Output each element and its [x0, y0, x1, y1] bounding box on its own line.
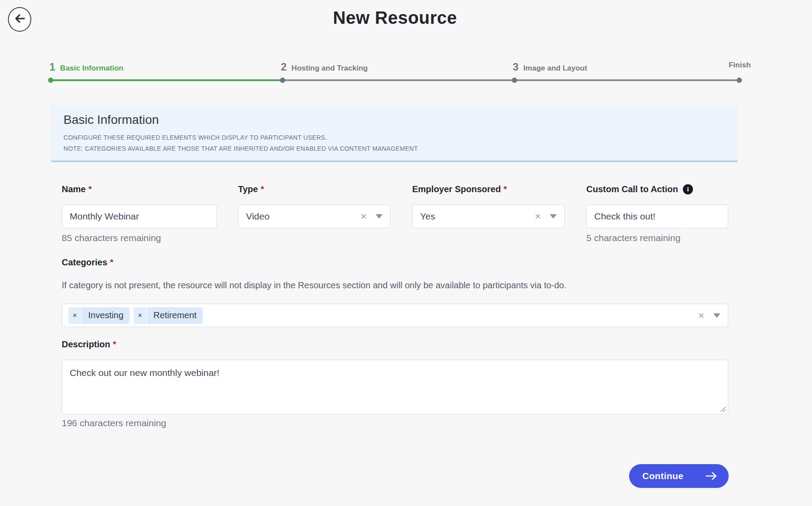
stepper-step-basic-information[interactable]: 1 Basic Information	[49, 61, 123, 73]
new-resource-page: New Resource 1 Basic Information 2 Hosti…	[0, 0, 812, 506]
category-tag: × Investing	[68, 307, 130, 324]
category-tag: × Retirement	[134, 307, 203, 324]
clear-icon[interactable]: ×	[532, 211, 544, 222]
remove-tag-icon[interactable]: ×	[68, 307, 82, 324]
categories-multiselect[interactable]: × Investing × Retirement ×	[62, 304, 728, 327]
section-description-line1: CONFIGURE THESE REQUIRED ELEMENTS WHICH …	[63, 132, 725, 143]
required-asterisk: *	[113, 339, 116, 350]
custom-call-to-action-label: Custom Call to Action	[586, 184, 678, 194]
section-title: Basic Information	[63, 113, 725, 127]
chevron-down-icon[interactable]	[550, 214, 557, 219]
categories-label-row: Categories *	[62, 257, 113, 268]
name-char-counter: 85 characters remaining	[62, 233, 161, 243]
stepper-segment-2	[283, 79, 514, 81]
clear-icon[interactable]: ×	[696, 310, 707, 321]
type-label: Type	[238, 184, 258, 194]
categories-helper-text: If category is not present, the resource…	[62, 280, 566, 290]
info-icon[interactable]: i	[683, 184, 693, 194]
stepper-step-image-and-layout[interactable]: 3 Image and Layout	[513, 61, 587, 73]
stepper-dot-1	[48, 78, 53, 83]
continue-button-label: Continue	[642, 471, 683, 481]
type-label-row: Type *	[238, 184, 264, 194]
custom-call-to-action-label-row: Custom Call to Action i	[586, 184, 693, 194]
employer-sponsored-label-row: Employer Sponsored *	[412, 184, 507, 194]
step-label: Image and Layout	[523, 64, 587, 73]
stepper-dot-3	[512, 78, 517, 83]
stepper-step-finish[interactable]: Finish	[729, 61, 751, 70]
step-label: Hosting and Tracking	[291, 64, 368, 73]
section-description-line2: NOTE: CATEGORIES AVAILABLE ARE THOSE THA…	[63, 143, 725, 154]
chevron-down-icon[interactable]	[376, 214, 383, 219]
description-label-row: Description *	[62, 339, 116, 350]
stepper-dot-finish	[737, 78, 742, 83]
employer-sponsored-select-value: Yes	[420, 211, 532, 222]
name-label-row: Name *	[62, 184, 92, 194]
category-tag-label: Retirement	[147, 307, 203, 324]
name-input[interactable]	[62, 205, 217, 228]
step-number: 1	[49, 61, 55, 73]
required-asterisk: *	[88, 184, 92, 194]
employer-sponsored-label: Employer Sponsored	[412, 184, 501, 194]
type-select[interactable]: Video ×	[238, 205, 391, 228]
clear-icon[interactable]: ×	[358, 211, 369, 222]
categories-label: Categories	[62, 257, 107, 268]
required-asterisk: *	[503, 184, 507, 194]
remove-tag-icon[interactable]: ×	[134, 307, 147, 324]
resize-handle-icon[interactable]	[719, 406, 726, 414]
chevron-down-icon[interactable]	[713, 313, 720, 318]
step-label: Basic Information	[60, 64, 123, 73]
page-title: New Resource	[0, 8, 790, 28]
step-label: Finish	[729, 61, 751, 70]
required-asterisk: *	[261, 184, 264, 194]
description-label: Description	[62, 339, 110, 350]
stepper-segment-1	[51, 79, 283, 81]
section-header: Basic Information CONFIGURE THESE REQUIR…	[51, 105, 738, 162]
custom-call-to-action-input[interactable]	[586, 205, 728, 228]
step-number: 2	[281, 61, 287, 73]
required-asterisk: *	[110, 257, 113, 268]
stepper-step-hosting-and-tracking[interactable]: 2 Hosting and Tracking	[281, 61, 368, 73]
type-select-value: Video	[246, 211, 358, 222]
arrow-right-icon	[705, 472, 717, 480]
step-number: 3	[513, 61, 518, 73]
category-tag-label: Investing	[82, 307, 130, 324]
continue-button[interactable]: Continue	[629, 464, 729, 488]
name-label: Name	[62, 184, 86, 194]
employer-sponsored-select[interactable]: Yes ×	[412, 205, 565, 228]
stepper-dot-2	[280, 78, 285, 83]
description-textarea[interactable]: Check out our new monthly webinar!	[62, 360, 728, 414]
custom-call-to-action-char-counter: 5 characters remaining	[586, 233, 681, 243]
stepper-segment-3	[514, 79, 739, 81]
description-char-counter: 196 characters remaining	[62, 418, 166, 428]
